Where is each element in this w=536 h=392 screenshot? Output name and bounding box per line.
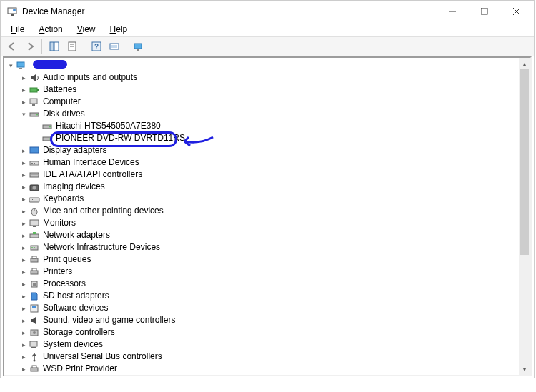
collapse-icon[interactable]: ▾ xyxy=(6,61,16,71)
forward-button[interactable] xyxy=(21,39,38,54)
menu-file[interactable]: File xyxy=(4,23,31,36)
expand-icon[interactable]: ▸ xyxy=(19,73,29,83)
network-infra-icon xyxy=(29,242,40,253)
tree-node-imaging[interactable]: ▸ Imaging devices xyxy=(4,181,530,193)
tree-node-audio[interactable]: ▸ Audio inputs and outputs xyxy=(4,71,530,84)
expand-icon[interactable]: ▸ xyxy=(19,206,29,216)
collapse-icon[interactable]: ▾ xyxy=(19,109,29,119)
tree-node-batteries[interactable]: ▸ Batteries xyxy=(4,84,530,96)
expand-icon[interactable]: ▸ xyxy=(19,291,29,301)
expand-icon[interactable]: ▸ xyxy=(19,182,29,192)
camera-icon xyxy=(29,181,40,193)
svg-rect-41 xyxy=(32,199,33,200)
node-label: Network adapters xyxy=(43,230,110,241)
tree-node-software[interactable]: ▸ Software devices xyxy=(4,302,530,314)
tree-node-network-infra[interactable]: ▸ Network Infrastructure Devices xyxy=(4,241,530,253)
scan-hardware-button[interactable] xyxy=(106,39,122,54)
node-label: Computer xyxy=(43,96,81,107)
titlebar[interactable]: Device Manager xyxy=(1,1,534,22)
tree-node-disk-hitachi[interactable]: Hitachi HTS545050A7E380 xyxy=(4,120,530,132)
tree-node-mice[interactable]: ▸ Mice and other pointing devices xyxy=(4,205,530,217)
display-icon xyxy=(29,145,40,156)
back-button[interactable] xyxy=(4,39,20,54)
tree-node-disk-drives[interactable]: ▾ Disk drives xyxy=(4,108,530,120)
tree-node-processors[interactable]: ▸ Processors xyxy=(4,278,530,290)
expand-icon[interactable]: ▸ xyxy=(19,170,29,180)
help-button[interactable]: ? xyxy=(88,39,104,54)
tree-node-disk-pioneer[interactable]: PIONEER DVD-RW DVRTD11RS xyxy=(4,132,530,144)
tree-root[interactable]: ▾ xyxy=(4,59,530,71)
tree-node-monitors[interactable]: ▸ Monitors xyxy=(4,217,530,229)
expand-icon[interactable]: ▸ xyxy=(19,352,29,362)
expand-icon[interactable]: ▸ xyxy=(19,279,29,289)
expand-icon[interactable]: ▸ xyxy=(19,231,29,241)
tree-node-hid[interactable]: ▸ Human Interface Devices xyxy=(4,156,530,169)
menu-view[interactable]: View xyxy=(70,23,103,36)
svg-point-29 xyxy=(49,138,51,139)
show-hide-tree-button[interactable] xyxy=(46,39,62,54)
expand-icon[interactable]: ▸ xyxy=(19,255,29,265)
scroll-down-button[interactable]: ▾ xyxy=(519,363,530,375)
svg-point-25 xyxy=(36,114,38,115)
tree-node-keyboards[interactable]: ▸ Keyboards xyxy=(4,193,530,205)
tree-node-usb[interactable]: ▸ Universal Serial Bus controllers xyxy=(4,351,530,363)
node-label: Network Infrastructure Devices xyxy=(43,242,160,253)
expand-icon[interactable]: ▸ xyxy=(19,243,29,253)
expand-icon[interactable]: ▸ xyxy=(19,194,29,204)
computer-icon xyxy=(29,96,40,108)
svg-rect-1 xyxy=(11,14,14,16)
tree-node-computer[interactable]: ▸ Computer xyxy=(4,96,530,108)
scroll-thumb[interactable] xyxy=(520,69,529,255)
expand-icon[interactable]: ▸ xyxy=(19,328,29,338)
software-icon xyxy=(29,303,40,314)
tree-node-network[interactable]: ▸ Network adapters xyxy=(4,229,530,241)
properties-button[interactable] xyxy=(64,39,80,54)
devices-button[interactable] xyxy=(130,39,147,54)
toolbar-separator xyxy=(126,39,126,54)
svg-point-64 xyxy=(34,359,36,361)
tree-node-print-queues[interactable]: ▸ Print queues xyxy=(4,253,530,266)
close-button[interactable] xyxy=(500,1,532,22)
svg-rect-54 xyxy=(31,271,38,274)
node-label: Sound, video and game controllers xyxy=(43,315,175,326)
tree-node-storage[interactable]: ▸ Storage controllers xyxy=(4,326,530,338)
window-title: Device Manager xyxy=(22,6,436,16)
tree-node-ide[interactable]: ▸ IDE ATA/ATAPI controllers xyxy=(4,169,530,181)
expand-icon[interactable]: ▸ xyxy=(19,303,29,313)
expand-icon[interactable]: ▸ xyxy=(19,316,29,326)
printer-icon xyxy=(29,266,40,278)
svg-rect-66 xyxy=(32,366,36,368)
drive-icon xyxy=(41,121,53,132)
scroll-up-button[interactable]: ▴ xyxy=(519,58,530,69)
expand-icon[interactable]: ▸ xyxy=(19,85,29,95)
tree-node-display[interactable]: ▸ Display adapters xyxy=(4,144,530,156)
tree-node-sd[interactable]: ▸ SD host adapters xyxy=(4,290,530,302)
minimize-button[interactable] xyxy=(436,1,468,22)
svg-rect-55 xyxy=(32,268,36,271)
app-icon xyxy=(6,6,18,17)
maximize-button[interactable] xyxy=(468,1,500,22)
vertical-scrollbar[interactable]: ▴ ▾ xyxy=(519,58,530,375)
svg-point-51 xyxy=(34,247,35,248)
tree-node-system[interactable]: ▸ System devices xyxy=(4,338,530,351)
expand-icon[interactable]: ▸ xyxy=(19,267,29,277)
svg-rect-34 xyxy=(34,163,35,164)
expand-icon[interactable]: ▸ xyxy=(19,97,29,107)
expand-icon[interactable]: ▸ xyxy=(19,158,29,168)
expand-icon[interactable]: ▸ xyxy=(19,340,29,350)
tree-node-wsd[interactable]: ▸ WSD Print Provider xyxy=(4,363,530,375)
svg-rect-20 xyxy=(30,88,37,92)
tree-node-sound[interactable]: ▸ Sound, video and game controllers xyxy=(4,314,530,326)
expand-icon[interactable]: ▸ xyxy=(19,146,29,156)
tree-node-printers[interactable]: ▸ Printers xyxy=(4,266,530,278)
menu-help[interactable]: Help xyxy=(103,23,135,36)
svg-point-27 xyxy=(49,126,51,127)
svg-rect-47 xyxy=(30,234,39,238)
expand-icon[interactable]: ▸ xyxy=(19,218,29,228)
device-tree[interactable]: ▾ ▸ Audio inputs and outputs ▸ Batteries… xyxy=(4,58,530,375)
svg-rect-21 xyxy=(37,89,39,91)
keyboard-icon xyxy=(29,194,40,205)
menu-action[interactable]: Action xyxy=(31,23,69,36)
svg-rect-17 xyxy=(137,49,139,51)
expand-icon[interactable]: ▸ xyxy=(19,364,29,374)
